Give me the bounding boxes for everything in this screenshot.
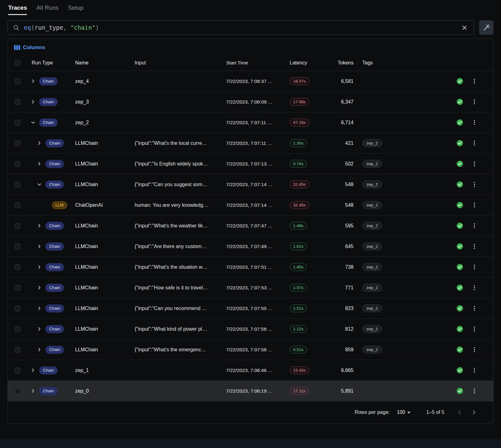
- row-checkbox[interactable]: [15, 244, 20, 249]
- table-row[interactable]: Chain LLMChain {"input":"What's the situ…: [8, 257, 493, 277]
- row-checkbox[interactable]: [15, 306, 20, 311]
- run-name[interactable]: LLMChain: [75, 161, 135, 167]
- row-menu-button[interactable]: [467, 265, 481, 270]
- table-row[interactable]: Chain LLMChain {"input":"What's the loca…: [8, 133, 493, 154]
- row-menu-button[interactable]: [467, 244, 481, 249]
- table-footer: Rows per page: 100 1–5 of 5: [8, 401, 493, 423]
- table-row[interactable]: Chain zep_2 7/22/2023, 7:07:11 … 47.16s …: [8, 112, 493, 133]
- table-row[interactable]: Chain zep_3 7/22/2023, 7:08:09 … 17.98s …: [8, 92, 493, 112]
- table-row[interactable]: Chain LLMChain {"input":"What's the weat…: [8, 216, 493, 236]
- row-menu-button[interactable]: [467, 306, 481, 311]
- table-row[interactable]: Chain LLMChain {"input":"Can you recomme…: [8, 298, 493, 319]
- expand-chevron-icon[interactable]: [29, 79, 37, 84]
- table-row[interactable]: LLM ChatOpenAI human: You are very knowl…: [8, 195, 493, 216]
- table-row[interactable]: Chain LLMChain {"input":"How safe is it …: [8, 277, 493, 298]
- row-indent: [29, 184, 35, 185]
- search-query[interactable]: eq(run_type, "chain"): [24, 24, 456, 31]
- run-type-badge: Chain: [39, 98, 58, 106]
- run-name[interactable]: LLMChain: [75, 223, 135, 229]
- run-name[interactable]: zep_1: [75, 368, 135, 373]
- expand-chevron-icon[interactable]: [35, 140, 43, 146]
- row-checkbox[interactable]: [15, 368, 20, 373]
- table-row[interactable]: Chain LLMChain {"input":"Can you suggest…: [8, 174, 493, 195]
- row-menu-button[interactable]: [467, 327, 481, 332]
- row-menu-button[interactable]: [467, 182, 481, 187]
- run-start-time: 7/22/2023, 7:08:37 …: [226, 79, 290, 84]
- run-name[interactable]: zep_2: [75, 120, 135, 125]
- row-menu-button[interactable]: [467, 120, 481, 125]
- table-row[interactable]: Chain zep_4 7/22/2023, 7:08:37 … 16.07s …: [8, 71, 493, 92]
- table-row[interactable]: Chain LLMChain {"input":"What kind of po…: [8, 319, 493, 339]
- row-checkbox[interactable]: [15, 223, 20, 229]
- row-checkbox[interactable]: [15, 140, 20, 146]
- expand-chevron-icon[interactable]: [35, 223, 43, 228]
- expand-chevron-icon[interactable]: [35, 306, 43, 311]
- tokens-value: 738: [335, 264, 354, 270]
- run-name[interactable]: LLMChain: [75, 347, 135, 353]
- expand-chevron-icon[interactable]: [29, 388, 37, 394]
- row-checkbox[interactable]: [15, 120, 20, 125]
- expand-chevron-icon[interactable]: [35, 285, 43, 290]
- tab-setup[interactable]: Setup: [68, 4, 84, 15]
- row-checkbox[interactable]: [15, 182, 20, 187]
- row-checkbox[interactable]: [15, 347, 20, 353]
- run-type-badge: Chain: [45, 160, 64, 168]
- table-row[interactable]: Chain LLMChain {"input":"Is English wide…: [8, 154, 493, 174]
- expand-chevron-icon[interactable]: [35, 244, 43, 249]
- expand-chevron-icon[interactable]: [35, 326, 43, 332]
- row-menu-button[interactable]: [467, 99, 481, 104]
- row-menu-button[interactable]: [467, 389, 481, 394]
- run-name[interactable]: LLMChain: [75, 140, 135, 146]
- expand-chevron-icon[interactable]: [35, 347, 43, 352]
- tab-all-runs[interactable]: All Runs: [36, 4, 59, 15]
- expand-chevron-icon[interactable]: [29, 120, 37, 125]
- run-name[interactable]: zep_0: [75, 388, 135, 394]
- row-checkbox[interactable]: [15, 161, 20, 167]
- row-menu-button[interactable]: [467, 285, 481, 290]
- row-checkbox[interactable]: [15, 79, 20, 84]
- run-name[interactable]: ChatOpenAI: [75, 202, 135, 208]
- row-checkbox[interactable]: [15, 264, 20, 270]
- table-row[interactable]: Chain zep_1 7/22/2023, 7:06:46 … 15.45s …: [8, 360, 493, 381]
- run-name[interactable]: LLMChain: [75, 285, 135, 291]
- search-input[interactable]: eq(run_type, "chain"): [8, 20, 474, 35]
- row-menu-button[interactable]: [467, 368, 481, 373]
- run-name[interactable]: zep_4: [75, 79, 135, 84]
- row-checkbox[interactable]: [15, 285, 20, 291]
- table-row[interactable]: Chain LLMChain {"input":"Are there any c…: [8, 236, 493, 257]
- tag-pill: zep_2: [362, 284, 382, 292]
- run-name[interactable]: LLMChain: [75, 244, 135, 249]
- row-menu-button[interactable]: [467, 203, 481, 208]
- row-menu-button[interactable]: [467, 161, 481, 166]
- magic-wand-button[interactable]: [479, 20, 493, 35]
- run-name[interactable]: LLMChain: [75, 326, 135, 332]
- rows-per-page-select[interactable]: 100: [397, 410, 411, 415]
- expand-chevron-icon[interactable]: [29, 99, 37, 104]
- tokens-value: 6,347: [335, 99, 354, 105]
- row-checkbox[interactable]: [15, 388, 20, 394]
- expand-chevron-icon[interactable]: [35, 161, 43, 166]
- next-page-button[interactable]: [469, 408, 479, 417]
- run-start-time: 7/22/2023, 7:07:14 …: [226, 202, 290, 208]
- table-row[interactable]: Chain LLMChain {"input":"What's the emer…: [8, 339, 493, 360]
- previous-page-button[interactable]: [455, 408, 464, 417]
- row-menu-button[interactable]: [467, 223, 481, 228]
- row-checkbox[interactable]: [15, 99, 20, 105]
- tab-traces[interactable]: Traces: [8, 4, 27, 15]
- run-name[interactable]: LLMChain: [75, 306, 135, 311]
- expand-chevron-icon[interactable]: [29, 368, 37, 373]
- expand-chevron-icon[interactable]: [35, 182, 43, 187]
- row-checkbox[interactable]: [15, 326, 20, 332]
- run-name[interactable]: zep_3: [75, 99, 135, 105]
- run-name[interactable]: LLMChain: [75, 264, 135, 270]
- clear-search-icon[interactable]: [460, 23, 469, 32]
- row-menu-button[interactable]: [467, 141, 481, 146]
- run-name[interactable]: LLMChain: [75, 182, 135, 187]
- row-menu-button[interactable]: [467, 347, 481, 352]
- row-checkbox[interactable]: [15, 202, 20, 208]
- select-all-checkbox[interactable]: [15, 60, 20, 66]
- row-menu-button[interactable]: [467, 79, 481, 84]
- table-row[interactable]: Chain zep_0 7/22/2023, 7:06:19 … 17.11s …: [8, 381, 493, 401]
- columns-button[interactable]: Columns: [8, 39, 51, 55]
- expand-chevron-icon[interactable]: [35, 264, 43, 270]
